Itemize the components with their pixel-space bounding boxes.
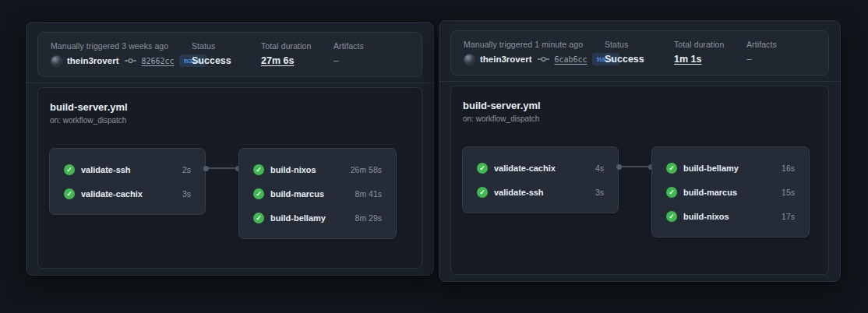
job-duration: 16s xyxy=(782,164,795,173)
job-duration: 2s xyxy=(182,165,191,174)
header-divider xyxy=(26,83,433,83)
success-check-icon: ✓ xyxy=(253,213,264,223)
job-duration: 4s xyxy=(595,164,604,173)
status-label: Status xyxy=(605,40,674,49)
job-row[interactable]: ✓ build-bellamy 16s xyxy=(652,156,809,180)
job-name: build-marcus xyxy=(683,188,775,197)
job-duration: 26m 58s xyxy=(351,165,382,174)
job-graph: ✓ validate-ssh 2s ✓ validate-cachix 3s xyxy=(38,88,422,268)
status-value: Success xyxy=(605,54,674,65)
success-check-icon: ✓ xyxy=(477,163,488,174)
job-name: validate-ssh xyxy=(494,188,589,197)
status-value: Success xyxy=(192,55,261,66)
job-name: build-bellamy xyxy=(270,213,349,223)
job-duration: 15s xyxy=(782,188,795,197)
workflow-graph-panel: build-server.yml on: workflow_dispatch ✓… xyxy=(37,87,422,269)
user-avatar xyxy=(464,54,475,65)
artifacts-label: Artifacts xyxy=(746,40,816,49)
success-check-icon: ✓ xyxy=(477,187,488,198)
success-check-icon: ✓ xyxy=(64,164,75,175)
success-check-icon: ✓ xyxy=(666,187,677,198)
job-group-validate: ✓ validate-ssh 2s ✓ validate-cachix 3s xyxy=(49,148,206,215)
job-row[interactable]: ✓ build-marcus 15s xyxy=(652,180,809,204)
job-row[interactable]: ✓ validate-cachix 3s xyxy=(50,181,205,206)
user-avatar xyxy=(51,55,62,67)
job-row[interactable]: ✓ build-marcus 8m 41s xyxy=(239,181,396,206)
job-graph: ✓ validate-cachix 4s ✓ validate-ssh 3s xyxy=(451,86,828,274)
artifacts-label: Artifacts xyxy=(333,41,409,51)
actor-commit-line: thein3rovert 82662cc main xyxy=(51,55,192,67)
run-summary-card: Manually triggered 1 minute ago Status T… xyxy=(450,30,829,76)
job-duration: 3s xyxy=(595,188,604,197)
job-group-build: ✓ build-bellamy 16s ✓ build-marcus 15s ✓ xyxy=(651,146,810,237)
actor-link[interactable]: thein3rovert xyxy=(67,56,118,65)
job-name: validate-cachix xyxy=(494,164,589,173)
success-check-icon: ✓ xyxy=(666,211,677,222)
trigger-info-label: Manually triggered 1 minute ago xyxy=(464,40,605,49)
job-row[interactable]: ✓ build-bellamy 8m 29s xyxy=(239,206,396,230)
git-commit-icon xyxy=(538,55,549,63)
success-check-icon: ✓ xyxy=(666,163,677,174)
status-label: Status xyxy=(192,41,261,51)
workflow-run-window-1: Manually triggered 3 weeks ago Status To… xyxy=(26,22,434,276)
job-row[interactable]: ✓ validate-ssh 2s xyxy=(50,157,205,181)
success-check-icon: ✓ xyxy=(64,188,75,199)
commit-sha-link[interactable]: 82662cc xyxy=(141,57,174,65)
job-duration: 8m 29s xyxy=(355,213,382,223)
total-duration-value[interactable]: 1m 1s xyxy=(674,54,746,65)
job-duration: 17s xyxy=(782,212,795,221)
job-name: build-nixos xyxy=(270,165,344,174)
success-check-icon: ✓ xyxy=(253,164,264,175)
workflow-run-window-2: Manually triggered 1 minute ago Status T… xyxy=(439,20,841,282)
job-row[interactable]: ✓ build-nixos 26m 58s xyxy=(239,157,396,181)
job-group-validate: ✓ validate-cachix 4s ✓ validate-ssh 3s xyxy=(462,146,619,213)
commit-sha-link[interactable]: 6cab6cc xyxy=(554,55,587,64)
total-duration-label: Total duration xyxy=(261,41,333,51)
trigger-info-label: Manually triggered 3 weeks ago xyxy=(51,41,192,51)
job-name: build-marcus xyxy=(270,189,349,199)
total-duration-value[interactable]: 27m 6s xyxy=(261,55,333,66)
job-group-build: ✓ build-nixos 26m 58s ✓ build-marcus 8m … xyxy=(238,148,397,239)
job-name: validate-ssh xyxy=(81,165,176,174)
total-duration-label: Total duration xyxy=(674,40,746,49)
artifacts-value: – xyxy=(333,55,409,66)
job-row[interactable]: ✓ validate-ssh 3s xyxy=(463,180,618,204)
job-name: validate-cachix xyxy=(81,189,176,199)
desktop-background: Manually triggered 3 weeks ago Status To… xyxy=(0,0,868,313)
header-divider xyxy=(439,81,840,82)
run-summary-card: Manually triggered 3 weeks ago Status To… xyxy=(37,32,422,77)
dependency-connector xyxy=(206,167,238,169)
git-commit-icon xyxy=(125,57,136,65)
job-duration: 8m 41s xyxy=(355,189,382,199)
job-name: build-nixos xyxy=(683,212,775,221)
job-row[interactable]: ✓ validate-cachix 4s xyxy=(463,156,618,180)
job-row[interactable]: ✓ build-nixos 17s xyxy=(652,204,809,228)
actor-commit-line: thein3rovert 6cab6cc main xyxy=(464,53,605,65)
artifacts-value: – xyxy=(746,54,816,65)
job-name: build-bellamy xyxy=(683,164,775,173)
success-check-icon: ✓ xyxy=(253,188,264,199)
dependency-connector xyxy=(619,166,651,167)
actor-link[interactable]: thein3rovert xyxy=(480,55,531,64)
job-duration: 3s xyxy=(182,189,191,199)
workflow-graph-panel: build-server.yml on: workflow_dispatch ✓… xyxy=(450,86,829,275)
